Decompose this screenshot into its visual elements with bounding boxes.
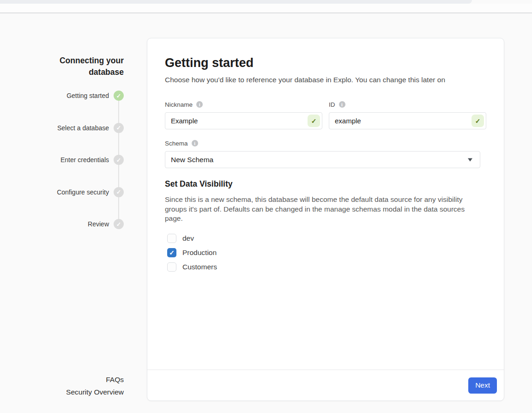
customers-checkbox-label[interactable]: Customers bbox=[182, 263, 217, 271]
card-footer: Next bbox=[147, 370, 504, 401]
wizard-stepper: Getting started ✓ Select a database ✓ En… bbox=[37, 91, 124, 251]
name-id-row: Nickname i ✓ ID i ✓ bbox=[165, 101, 486, 129]
browser-tab-strip bbox=[0, 0, 472, 4]
browser-chrome-band bbox=[0, 4, 532, 12]
production-checkbox-label[interactable]: Production bbox=[182, 249, 217, 257]
check-circle-icon: ✓ bbox=[114, 187, 124, 197]
page-subtitle: Choose how you'd like to reference your … bbox=[165, 76, 486, 84]
check-circle-icon: ✓ bbox=[114, 123, 124, 133]
dev-checkbox-label[interactable]: dev bbox=[182, 234, 194, 243]
wizard-title: Connecting your database bbox=[37, 55, 124, 78]
customers-checkbox[interactable] bbox=[167, 262, 176, 272]
getting-started-card: Getting started Choose how you'd like to… bbox=[147, 38, 504, 401]
data-visibility-description: Since this is a new schema, this databas… bbox=[165, 195, 472, 224]
data-visibility-heading: Set Data Visibility bbox=[165, 179, 486, 189]
step-review[interactable]: Review ✓ bbox=[37, 219, 124, 229]
page-title: Getting started bbox=[165, 56, 486, 70]
visibility-group-row: Customers bbox=[165, 262, 486, 272]
info-icon[interactable]: i bbox=[196, 101, 203, 108]
step-select-database[interactable]: Select a database ✓ bbox=[37, 123, 124, 133]
step-label: Review bbox=[88, 220, 109, 228]
schema-selected-value: New Schema bbox=[171, 156, 213, 164]
schema-label: Schema bbox=[165, 140, 188, 147]
step-configure-security[interactable]: Configure security ✓ bbox=[37, 187, 124, 197]
step-label: Enter credentials bbox=[60, 156, 109, 164]
step-enter-credentials[interactable]: Enter credentials ✓ bbox=[37, 155, 124, 165]
visibility-group-row: ✓ Production bbox=[165, 248, 486, 257]
schema-select[interactable]: New Schema bbox=[165, 151, 480, 168]
step-label: Select a database bbox=[57, 124, 109, 132]
security-overview-link[interactable]: Security Overview bbox=[18, 386, 124, 399]
help-links: FAQs Security Overview bbox=[18, 374, 124, 398]
id-input[interactable] bbox=[329, 112, 486, 129]
next-button[interactable]: Next bbox=[468, 377, 497, 394]
check-circle-icon: ✓ bbox=[114, 155, 124, 165]
id-field-group: ID i ✓ bbox=[329, 101, 486, 129]
check-circle-icon: ✓ bbox=[114, 219, 124, 229]
visibility-group-list: dev ✓ Production Customers bbox=[165, 234, 486, 272]
production-checkbox[interactable]: ✓ bbox=[167, 248, 176, 257]
dev-checkbox[interactable] bbox=[167, 234, 176, 243]
step-getting-started[interactable]: Getting started ✓ bbox=[37, 91, 124, 101]
faqs-link[interactable]: FAQs bbox=[18, 374, 124, 386]
schema-field-group: Schema i New Schema bbox=[165, 140, 486, 168]
card-body: Getting started Choose how you'd like to… bbox=[147, 38, 504, 370]
info-icon[interactable]: i bbox=[192, 140, 198, 146]
browser-chrome-divider bbox=[0, 12, 532, 13]
nickname-input[interactable] bbox=[165, 112, 322, 129]
valid-check-icon: ✓ bbox=[472, 115, 484, 127]
nickname-label: Nickname bbox=[165, 101, 193, 108]
step-label: Configure security bbox=[57, 188, 109, 196]
check-circle-icon: ✓ bbox=[114, 91, 124, 101]
step-label: Getting started bbox=[66, 92, 109, 99]
nickname-field-group: Nickname i ✓ bbox=[165, 101, 322, 129]
visibility-group-row: dev bbox=[165, 234, 486, 243]
id-label: ID bbox=[329, 101, 335, 108]
chevron-down-icon bbox=[468, 158, 472, 161]
valid-check-icon: ✓ bbox=[308, 115, 320, 127]
info-icon[interactable]: i bbox=[339, 101, 345, 108]
